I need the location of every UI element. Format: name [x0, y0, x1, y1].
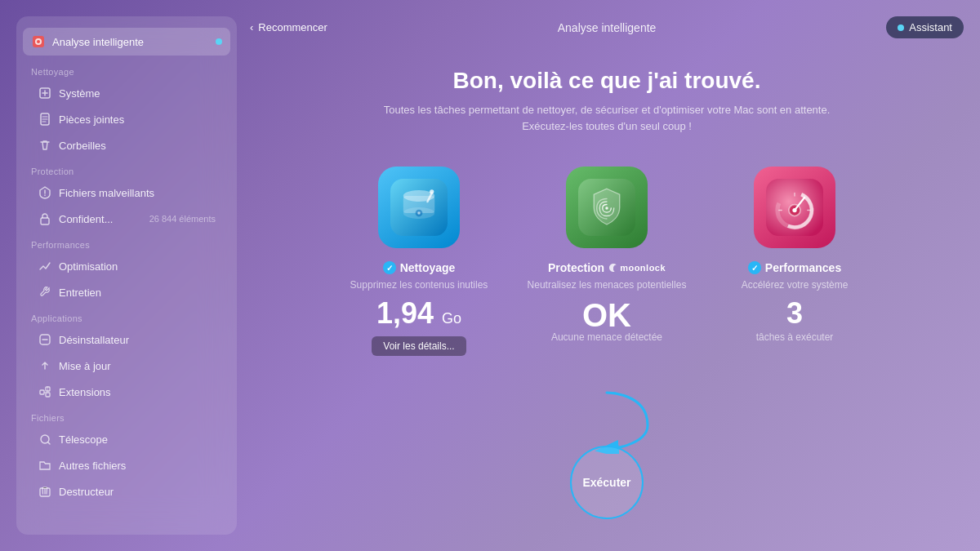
extensions-icon [38, 384, 52, 399]
svg-rect-9 [46, 393, 50, 397]
svg-rect-5 [41, 218, 49, 224]
page-title: Analyse intelligente [558, 21, 657, 34]
pieces-jointes-label: Pièces jointes [59, 113, 124, 126]
arrow-container: Exécuter [541, 389, 672, 519]
desinstallateur-label: Désinstallateur [59, 334, 129, 346]
sidebar-item-entretien[interactable]: Entretien [23, 280, 230, 304]
execute-label: Exécuter [582, 476, 630, 489]
telescope-icon [38, 432, 52, 447]
card-performances: ✓ Performances Accélérez votre système 3… [713, 167, 876, 356]
autres-fichiers-icon [38, 458, 52, 473]
fichiers-malveillants-label: Fichiers malveillants [59, 187, 154, 199]
sidebar-active-label: Analyse intelligente [52, 36, 144, 48]
confidentiel-badge: 26 844 éléments [149, 214, 216, 224]
autres-fichiers-label: Autres fichiers [59, 460, 126, 472]
back-label: Recommencer [258, 21, 327, 33]
svg-point-2 [37, 40, 40, 43]
top-bar: ‹ Recommencer Analyse intelligente Assis… [250, 16, 964, 51]
entretien-label: Entretien [59, 287, 101, 299]
headline: Bon, voilà ce que j'ai trouvé. [453, 68, 761, 94]
destructeur-icon [38, 484, 52, 499]
systeme-label: Système [59, 87, 100, 100]
analyse-intelligente-icon [31, 34, 46, 49]
svg-rect-7 [40, 390, 44, 394]
sidebar-item-fichiers-malveillants[interactable]: Fichiers malveillants [23, 180, 230, 205]
sidebar-item-systeme[interactable]: Système [23, 81, 230, 105]
svg-point-17 [417, 211, 421, 215]
section-label-protection: Protection [16, 158, 237, 180]
sidebar-item-pieces-jointes[interactable]: Pièces jointes [23, 107, 230, 131]
nettoyage-unit: Go [442, 310, 461, 327]
execute-button[interactable]: Exécuter [570, 446, 644, 519]
nettoyage-card-desc: Supprimez les contenus inutiles [350, 279, 488, 291]
sidebar-item-mise-a-jour[interactable]: Mise à jour [23, 353, 230, 378]
nettoyage-card-title: ✓ Nettoyage [383, 261, 456, 274]
section-label-fichiers: Fichiers [16, 405, 237, 426]
subtext: Toutes les tâches permettant de nettoyer… [362, 102, 852, 134]
protection-card-sub: Aucune menace détectée [551, 331, 662, 343]
sidebar-item-optimisation[interactable]: Optimisation [23, 254, 230, 278]
performances-card-sub: tâches à exécuter [756, 331, 834, 343]
assistant-dot [898, 24, 904, 31]
nettoyage-check-icon: ✓ [383, 261, 396, 274]
active-dot [216, 38, 222, 45]
extensions-label: Extensions [59, 386, 111, 398]
entretien-icon [38, 285, 52, 300]
sidebar-item-analyse-intelligente[interactable]: Analyse intelligente [23, 28, 230, 56]
sidebar-item-destructeur[interactable]: Destructeur [23, 479, 230, 504]
confidentiel-label: Confident... [59, 213, 114, 225]
back-button[interactable]: ‹ Recommencer [250, 21, 327, 33]
protection-card-value: OK [582, 299, 631, 331]
systeme-icon [38, 86, 52, 100]
cards-row: ✓ Nettoyage Supprimez les contenus inuti… [337, 167, 876, 356]
card-nettoyage: ✓ Nettoyage Supprimez les contenus inuti… [337, 167, 501, 356]
performances-card-desc: Accélérez votre système [742, 279, 849, 291]
details-button[interactable]: Voir les détails... [372, 336, 466, 356]
assistant-label: Assistant [909, 21, 952, 33]
section-label-performances: Performances [16, 232, 237, 253]
assistant-button[interactable]: Assistant [886, 16, 964, 38]
performances-check-icon: ✓ [748, 261, 761, 274]
section-label-applications: Applications [16, 305, 237, 327]
protection-card-desc: Neutralisez les menaces potentielles [528, 279, 687, 291]
sidebar-item-autres-fichiers[interactable]: Autres fichiers [23, 453, 230, 478]
card-protection: Protection moonlock Neutralisez les mena… [525, 167, 688, 356]
svg-point-18 [430, 189, 434, 193]
fichiers-malveillants-icon [38, 185, 52, 200]
protection-card-title: Protection moonlock [548, 261, 666, 274]
sidebar-item-telescope[interactable]: Télescope [23, 427, 230, 451]
confidentiel-icon [38, 211, 52, 226]
performances-card-value: 3 [786, 299, 803, 328]
mise-a-jour-icon [38, 358, 52, 373]
moonlock-brand: moonlock [608, 263, 666, 273]
sidebar-item-desinstallateur[interactable]: Désinstallateur [23, 327, 230, 352]
nettoyage-card-value: 1,94 Go [376, 299, 461, 328]
svg-point-10 [41, 435, 49, 443]
optimisation-icon [38, 259, 52, 273]
moonlock-logo-icon [608, 263, 618, 273]
sidebar-item-corbeilles[interactable]: Corbeilles [23, 133, 230, 158]
arrow-icon [541, 389, 672, 454]
corbeilles-icon [38, 138, 52, 153]
svg-point-20 [605, 207, 608, 210]
main-content: ‹ Recommencer Analyse intelligente Assis… [250, 16, 964, 535]
mise-a-jour-label: Mise à jour [59, 360, 111, 372]
desinstallateur-icon [38, 332, 52, 347]
destructeur-label: Destructeur [59, 486, 114, 498]
performances-card-title: ✓ Performances [748, 261, 841, 274]
optimisation-label: Optimisation [59, 260, 118, 273]
sidebar-item-extensions[interactable]: Extensions [23, 380, 230, 404]
nettoyage-card-icon [378, 167, 460, 248]
section-label-nettoyage: Nettoyage [16, 59, 237, 80]
pieces-jointes-icon [38, 112, 52, 127]
sidebar: Analyse intelligente Nettoyage Système P… [16, 16, 237, 535]
performances-card-icon [754, 167, 835, 248]
telescope-label: Télescope [59, 433, 108, 446]
back-chevron-icon: ‹ [250, 21, 253, 33]
sidebar-item-confidentiel[interactable]: Confident... 26 844 éléments [23, 207, 230, 231]
app-container: Analyse intelligente Nettoyage Système P… [0, 0, 980, 551]
protection-card-icon [566, 167, 648, 248]
corbeilles-label: Corbeilles [59, 140, 106, 152]
content-area: Bon, voilà ce que j'ai trouvé. Toutes le… [250, 51, 964, 535]
